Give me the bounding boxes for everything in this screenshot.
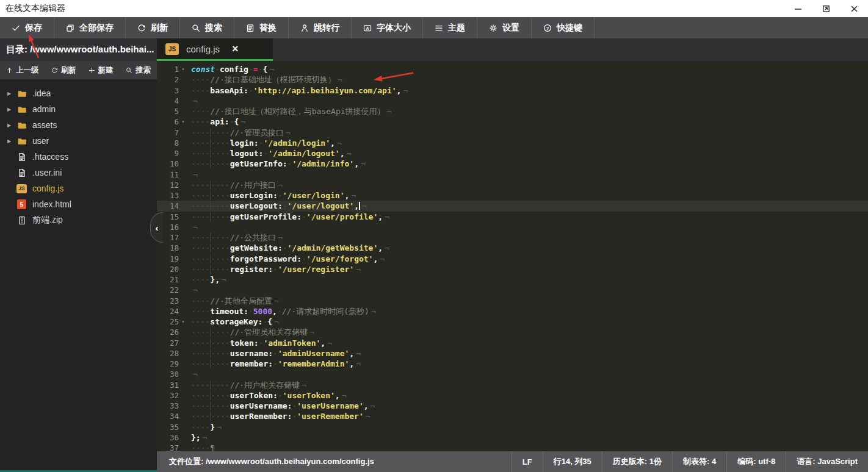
tree-item-前端.zip[interactable]: 前端.zip [0,212,157,228]
fold-spacer [179,359,187,369]
toolbar-button-search[interactable]: 搜索 [180,17,234,38]
toolbar-button-save[interactable]: 保存 [0,17,54,38]
sidebar-button-refresh[interactable]: 刷新 [51,65,76,76]
tree-item-user[interactable]: ▶user [0,133,157,149]
line-number: 30 [157,369,179,379]
replace-icon [246,24,255,32]
status-item-cursor-position: 行14, 列35 [543,451,602,472]
fold-spacer [179,432,187,443]
sidebar-button-new[interactable]: 新建 [89,65,114,76]
tree-item-.htaccess[interactable]: .htaccess [0,149,157,165]
toolbar-button-label: 设置 [502,23,519,34]
toolbar-button-save-all[interactable]: 全部保存 [54,17,126,38]
code-line-28: 28········username:·'adminUsername',¬ [157,348,868,359]
toolbar-button-goto-line[interactable]: 跳转行 [289,17,352,38]
code-line-21: 21····},¬ [157,274,868,285]
minimize-button[interactable] [784,0,812,17]
tree-item-index.html[interactable]: 5index.html [0,196,157,212]
fold-spacer [179,411,187,421]
line-number: 35 [157,422,179,432]
toolbar-button-shortcuts[interactable]: ?快捷键 [532,17,595,38]
chevron-left-icon: ‹ [156,223,159,233]
code-line-1: 1▾const·config·=·{¬ [157,64,868,74]
line-content: ········//·管理员相关存储键¬ [187,327,868,337]
fold-spacer [179,296,187,306]
tree-item-config.js[interactable]: JSconfig.js [0,181,157,196]
code-line-32: 32········userToken:·'userToken',¬ [157,390,868,401]
line-content: ········//·公共接口¬ [187,232,868,243]
file-icon-slot: JS [16,184,27,193]
sidebar-button-search[interactable]: 搜索 [126,65,151,76]
line-number: 32 [157,390,179,401]
code-line-31: 31········//·用户相关存储键¬ [157,380,868,390]
up-icon [6,67,13,74]
caret-right-icon[interactable]: ▶ [7,91,16,96]
tree-item-.user.ini[interactable]: .user.ini [0,165,157,181]
fold-spacer [179,201,187,211]
tab-config.js[interactable]: JSconfig.js× [157,38,273,61]
maximize-button[interactable] [812,0,840,17]
code-line-34: 34········userRemember:·'userRemember'¬ [157,411,868,421]
doc-icon [17,152,27,162]
shortcuts-icon: ? [543,24,552,32]
line-number: 19 [157,254,179,264]
folder-icon [17,137,27,146]
line-content: ········userToken:·'userToken',¬ [187,390,868,401]
sidebar-button-up[interactable]: 上一级 [6,65,39,76]
toolbar-button-label: 搜索 [205,23,222,34]
line-number: 11 [157,170,179,180]
fold-spacer [179,338,187,348]
line-content: ····storageKey:·{¬ [187,316,868,327]
toolbar-button-theme[interactable]: 主题 [423,17,477,38]
code-area: 1▾const·config·=·{¬2····//·接口基础地址（根据环境切换… [157,61,868,451]
code-line-12: 12········//·用户接口¬ [157,180,868,190]
fold-spacer [179,170,187,180]
line-content: ········forgotPassword:·'/user/forgot',¬ [187,254,868,264]
fold-arrow-icon[interactable]: ▾ [179,316,187,327]
fold-arrow-icon[interactable]: ▾ [179,64,187,74]
caret-right-icon[interactable]: ▶ [7,138,16,144]
file-name: .idea [32,88,51,98]
toolbar-button-refresh[interactable]: 刷新 [126,17,180,38]
line-number: 7 [157,127,179,138]
code-line-17: 17········//·公共接口¬ [157,232,868,243]
line-content: ¬ [187,170,868,180]
toolbar-button-settings[interactable]: 设置 [477,17,532,38]
tree-item-.idea[interactable]: ▶.idea [0,85,157,101]
file-icon-slot [16,136,27,146]
code-editor[interactable]: 1▾const·config·=·{¬2····//·接口基础地址（根据环境切换… [157,61,868,451]
file-name: config.js [32,184,63,193]
caret-right-icon[interactable]: ▶ [7,107,16,112]
code-line-18: 18········getWebsite:·'/admin/getWebsite… [157,243,868,253]
code-line-3: 3····baseApi:·'http://api.beihaiyun.com/… [157,85,868,96]
caret-right-icon[interactable]: ▶ [7,123,16,128]
code-line-11: 11¬ [157,170,868,180]
code-line-33: 33········userUsername:·'userUsername',¬ [157,401,868,411]
line-number: 20 [157,264,179,274]
tab-close-button[interactable]: × [232,43,239,54]
code-line-35: 35····}¬ [157,422,868,432]
fold-arrow-icon[interactable]: ▾ [179,116,187,127]
line-content: ········//·管理员接口¬ [187,127,868,138]
line-number: 12 [157,180,179,190]
tree-item-admin[interactable]: ▶admin [0,101,157,117]
line-content: ········register:·'/user/register'¬ [187,264,868,274]
file-icon-slot [16,120,27,130]
line-content: ········getUserProfile:·'/user/profile',… [187,212,868,222]
file-name: .htaccess [32,152,68,162]
code-line-23: 23····//·其他全局配置¬ [157,296,868,306]
js-file-icon: JS [16,184,27,193]
toolbar-button-font-size[interactable]: A字体大小 [352,17,423,38]
fold-spacer [179,96,187,106]
line-content: ········logout:·'/admin/logout',¬ [187,148,868,159]
toolbar-button-replace[interactable]: 替换 [234,17,289,38]
folder-icon [17,121,27,130]
fold-spacer [179,159,187,169]
close-button[interactable] [840,0,868,17]
line-content: ········getUserInfo:·'/admin/info',¬ [187,159,868,169]
code-line-36: 36};¬ [157,432,868,443]
line-content: ····¶ [187,443,868,451]
tab-bar: 目录: /www/wwwroot/auth.beihai... JSconfig… [0,38,868,61]
tree-item-assets[interactable]: ▶assets [0,117,157,133]
fold-spacer [179,180,187,190]
